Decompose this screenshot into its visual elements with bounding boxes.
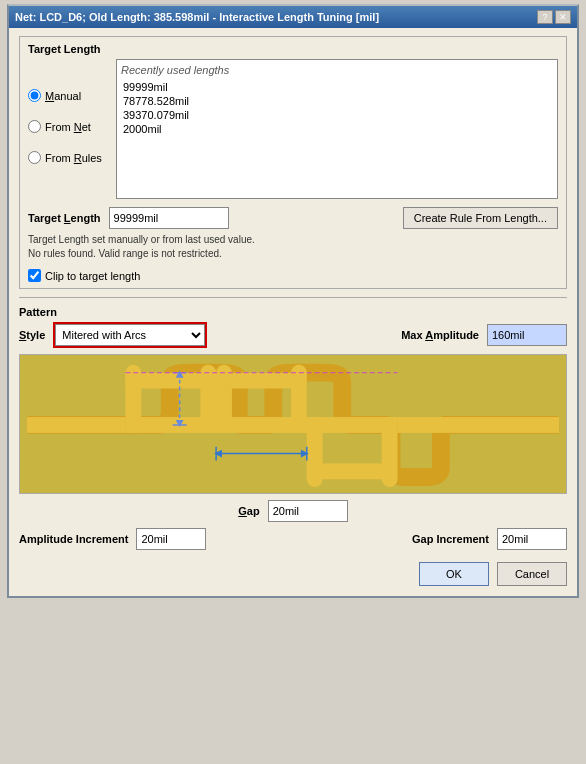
pattern-heading: Pattern — [19, 306, 567, 318]
amplitude-input[interactable] — [487, 324, 567, 346]
help-button[interactable]: ? — [537, 10, 553, 24]
gap-increment-input[interactable] — [497, 528, 567, 550]
close-button[interactable]: ✕ — [555, 10, 571, 24]
length-item-2[interactable]: 39370.079mil — [121, 108, 553, 122]
target-length-label: Target Length — [28, 212, 101, 224]
window-title: Net: LCD_D6; Old Length: 385.598mil - In… — [15, 11, 379, 23]
recently-used-header: Recently used lengths — [121, 64, 553, 76]
svg-rect-15 — [307, 417, 398, 433]
target-length-section: Target Length Manual From Net From Rules — [19, 36, 567, 289]
radio-from-rules-label[interactable]: From Rules — [45, 152, 102, 164]
radio-manual-label[interactable]: Manual — [45, 90, 81, 102]
radio-from-rules[interactable] — [28, 151, 41, 164]
status-text-1: Target Length set manually or from last … — [28, 233, 558, 261]
amplitude-increment-input[interactable] — [136, 528, 206, 550]
pattern-svg — [20, 355, 566, 493]
target-length-row: Target Length Create Rule From Length... — [28, 207, 558, 229]
top-row: Manual From Net From Rules Recently used… — [28, 59, 558, 199]
gap-input[interactable] — [268, 500, 348, 522]
style-label: Style — [19, 329, 45, 341]
gap-row: Gap — [19, 500, 567, 522]
radio-manual[interactable] — [28, 89, 41, 102]
increment-row: Amplitude Increment Gap Increment — [19, 528, 567, 550]
svg-point-21 — [307, 471, 323, 487]
radio-from-net[interactable] — [28, 120, 41, 133]
svg-point-22 — [382, 471, 398, 487]
svg-rect-3 — [27, 417, 126, 433]
pattern-canvas — [19, 354, 567, 494]
cancel-button[interactable]: Cancel — [497, 562, 567, 586]
clip-row[interactable]: Clip to target length — [28, 269, 558, 282]
amplitude-label: Max Amplitude — [401, 329, 479, 341]
style-select[interactable]: Mitered with Arcs Mitered Trombone Sawto… — [55, 324, 205, 346]
svg-rect-16 — [397, 417, 559, 433]
main-window: Net: LCD_D6; Old Length: 385.598mil - In… — [7, 4, 579, 598]
radio-from-rules-item[interactable]: From Rules — [28, 151, 108, 164]
target-length-input[interactable] — [109, 207, 229, 229]
clip-checkbox[interactable] — [28, 269, 41, 282]
svg-rect-11 — [216, 417, 307, 433]
title-controls: ? ✕ — [537, 10, 571, 24]
gap-label: Gap — [238, 505, 259, 517]
svg-rect-7 — [125, 417, 216, 433]
title-bar: Net: LCD_D6; Old Length: 385.598mil - In… — [9, 6, 577, 28]
gap-increment-label: Gap Increment — [412, 533, 489, 545]
target-length-heading: Target Length — [28, 43, 558, 55]
ok-button[interactable]: OK — [419, 562, 489, 586]
radio-column: Manual From Net From Rules — [28, 59, 108, 199]
create-rule-button[interactable]: Create Rule From Length... — [403, 207, 558, 229]
length-item-3[interactable]: 2000mil — [121, 122, 553, 136]
divider — [19, 297, 567, 298]
amplitude-increment-label: Amplitude Increment — [19, 533, 128, 545]
clip-label[interactable]: Clip to target length — [45, 270, 140, 282]
length-item-0[interactable]: 99999mil — [121, 80, 553, 94]
pattern-section: Pattern Style Mitered with Arcs Mitered … — [19, 306, 567, 550]
length-item-1[interactable]: 78778.528mil — [121, 94, 553, 108]
style-select-wrapper: Mitered with Arcs Mitered Trombone Sawto… — [53, 322, 207, 348]
recently-used-lengths-list[interactable]: Recently used lengths 99999mil 78778.528… — [116, 59, 558, 199]
button-row: OK Cancel — [19, 558, 567, 588]
radio-manual-item[interactable]: Manual — [28, 89, 108, 102]
dialog-content: Target Length Manual From Net From Rules — [9, 28, 577, 596]
style-row: Style Mitered with Arcs Mitered Trombone… — [19, 322, 567, 348]
radio-from-net-item[interactable]: From Net — [28, 120, 108, 133]
radio-from-net-label[interactable]: From Net — [45, 121, 91, 133]
